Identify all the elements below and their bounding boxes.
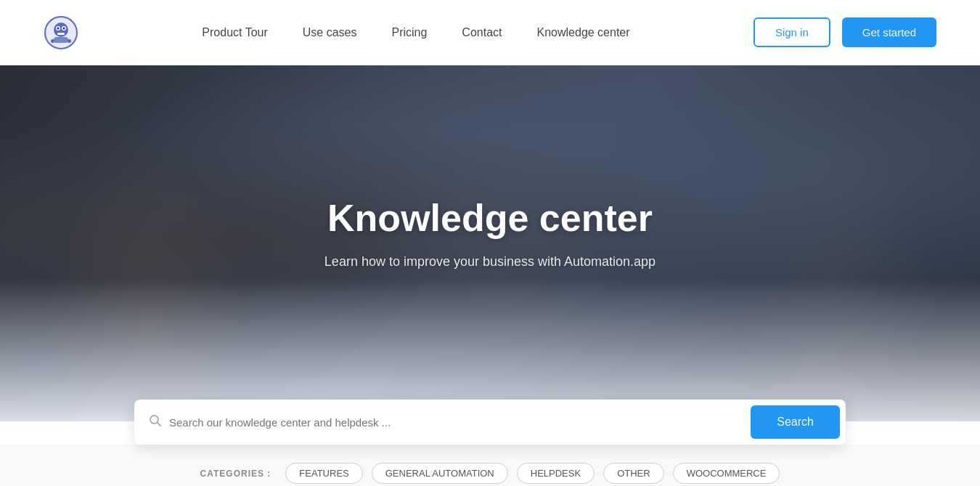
logo-icon [44,15,78,50]
category-tag-general-automation[interactable]: GENERAL AUTOMATION [372,463,508,484]
getstarted-button[interactable]: Get started [842,17,936,47]
nav-use-cases[interactable]: Use cases [303,26,357,39]
nav-knowledge-center[interactable]: Knowledge center [537,26,630,39]
hero-subtitle: Learn how to improve your business with … [324,254,656,270]
hero-content: Knowledge center Learn how to improve yo… [310,196,670,270]
signin-button[interactable]: Sign in [754,17,830,47]
svg-rect-8 [51,39,54,43]
nav-contact[interactable]: Contact [462,26,502,39]
search-button[interactable]: Search [751,405,840,439]
categories-tags: FEATURES GENERAL AUTOMATION HELPDESK OTH… [285,463,780,484]
nav-product-tour[interactable]: Product Tour [202,26,267,39]
nav-actions: Sign in Get started [754,17,936,47]
svg-rect-9 [68,39,71,43]
categories-section: CATEGORIES : FEATURES GENERAL AUTOMATION… [0,445,980,486]
category-tag-helpdesk[interactable]: HELPDESK [517,463,595,484]
hero-title: Knowledge center [324,196,656,240]
svg-line-11 [158,422,160,425]
category-tag-other[interactable]: OTHER [603,463,664,484]
navbar: Product Tour Use cases Pricing Contact K… [0,0,980,65]
category-tag-features[interactable]: FEATURES [285,463,362,484]
svg-rect-6 [57,33,65,35]
nav-links: Product Tour Use cases Pricing Contact K… [78,26,754,39]
svg-point-4 [57,27,60,29]
search-icon [149,414,162,431]
nav-pricing[interactable]: Pricing [391,26,427,39]
categories-label: CATEGORIES : [200,469,271,479]
search-section: Search [0,400,980,445]
hero-section: Knowledge center Learn how to improve yo… [0,65,980,421]
search-input[interactable] [169,416,751,429]
svg-rect-7 [54,37,68,43]
logo[interactable] [44,15,78,50]
category-tag-woocommerce[interactable]: WOOCOMMERCE [673,463,780,484]
svg-point-5 [63,27,65,29]
search-box: Search [134,400,846,445]
